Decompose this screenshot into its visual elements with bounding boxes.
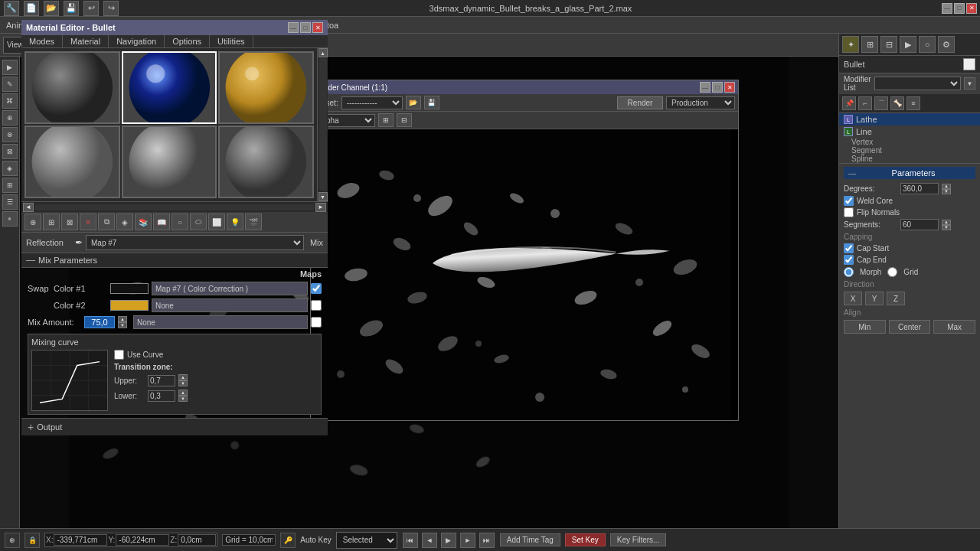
rp-icon-motion[interactable]: ▶ (900, 36, 916, 53)
mat-tool-cylinder[interactable]: ⬭ (190, 214, 207, 230)
rp-icon-hierarchy[interactable]: ⊟ (880, 36, 897, 53)
left-tool-8[interactable]: ⊞ (2, 178, 18, 193)
render-close-btn[interactable]: ✕ (724, 82, 735, 93)
color2-map-btn[interactable]: None (152, 298, 308, 312)
minimize-btn[interactable]: — (942, 3, 952, 14)
object-color[interactable] (963, 58, 975, 70)
left-tool-2[interactable]: ✎ (2, 77, 18, 92)
mod-item-lathe[interactable]: L Lathe (839, 113, 980, 126)
axis-z-btn[interactable]: Z (887, 292, 905, 305)
y-coord-input[interactable] (116, 534, 169, 546)
rp-icon-modify[interactable]: ⊞ (861, 36, 878, 53)
mod-tool-curve[interactable]: ⌒ (874, 96, 888, 110)
mat-sphere-2[interactable] (122, 51, 217, 124)
mat-sphere-6[interactable] (218, 126, 314, 198)
mat-tool-make-unique[interactable]: ◈ (116, 214, 133, 230)
mat-tab-material[interactable]: Material (63, 35, 109, 47)
mat-tab-navigation[interactable]: Navigation (109, 35, 165, 47)
map-select[interactable]: Map #7 (86, 235, 304, 250)
bottom-icon[interactable]: ⊕ (5, 533, 20, 548)
close-btn[interactable]: ✕ (966, 3, 977, 14)
mix-amount-up[interactable]: ▲ (118, 316, 127, 322)
mat-tool-assign[interactable]: ⊠ (61, 214, 78, 230)
play-end-btn[interactable]: ⏭ (479, 533, 495, 548)
left-tool-5[interactable]: ⊗ (2, 127, 18, 142)
mat-tab-utilities[interactable]: Utilities (210, 35, 253, 47)
play-btn[interactable]: ▶ (441, 533, 456, 548)
left-tool-4[interactable]: ⊕ (2, 110, 18, 126)
rp-icon-utilities[interactable]: ⚙ (938, 36, 955, 53)
dropper-icon[interactable]: ✒ (75, 237, 83, 248)
mat-tool-get-library[interactable]: 📖 (153, 214, 170, 230)
axis-x-btn[interactable]: X (844, 292, 862, 305)
mat-tool-box[interactable]: ⬜ (208, 214, 225, 230)
left-tool-6[interactable]: ⊠ (2, 144, 18, 159)
align-max-btn[interactable]: Max (933, 320, 975, 334)
production-select[interactable]: Production (666, 96, 735, 109)
render-preset-load[interactable]: 📂 (406, 96, 421, 109)
grid-radio[interactable] (887, 267, 897, 277)
modifier-list-dropdown[interactable] (874, 77, 961, 90)
left-tool-10[interactable]: ⌖ (2, 211, 18, 227)
grid-label[interactable]: Grid (903, 268, 918, 276)
mod-tool-pin[interactable]: 📌 (842, 96, 856, 110)
use-curve-checkbox[interactable] (114, 350, 124, 360)
set-key-btn[interactable]: Set Key (565, 533, 606, 546)
color1-map-btn[interactable]: Map #7 ( Color Correction ) (152, 282, 308, 295)
upper-down[interactable]: ▼ (178, 380, 188, 386)
color2-map-check[interactable] (311, 300, 322, 311)
mat-hscroll-right[interactable]: ► (315, 203, 326, 212)
mod-sub-spline[interactable]: Spline (839, 155, 980, 163)
degrees-input[interactable] (900, 183, 939, 194)
render-preset-save[interactable]: 💾 (424, 96, 439, 109)
axis-y-btn[interactable]: Y (865, 292, 884, 305)
mod-sub-segment[interactable]: Segment (839, 146, 980, 155)
color1-swatch[interactable] (110, 283, 149, 294)
render-btn[interactable]: Render (617, 96, 663, 109)
app-icon[interactable]: 🔧 (4, 1, 19, 16)
cap-end-checkbox[interactable] (844, 255, 854, 265)
mod-tool-options[interactable]: ≡ (906, 96, 920, 110)
z-coord-input[interactable] (178, 534, 216, 546)
play-start-btn[interactable]: ⏮ (403, 533, 418, 548)
mod-tool-bone[interactable]: 🦴 (890, 96, 904, 110)
cap-start-checkbox[interactable] (844, 243, 854, 253)
x-coord-input[interactable] (54, 534, 107, 546)
mix-params-collapse[interactable]: — (26, 255, 35, 266)
mat-tool-get[interactable]: ⊕ (24, 214, 41, 230)
selected-dropdown[interactable]: Selected (336, 532, 397, 549)
open-icon[interactable]: 📂 (44, 1, 59, 16)
mat-minimize-btn[interactable]: — (288, 22, 299, 33)
mat-vscroll-up[interactable]: ▲ (318, 48, 328, 57)
curve-canvas[interactable] (31, 350, 108, 411)
segments-input[interactable] (900, 219, 939, 230)
render-minimize-btn[interactable]: — (700, 82, 710, 93)
params-collapse[interactable]: — (848, 169, 856, 178)
mat-tool-put-library[interactable]: 📚 (135, 214, 152, 230)
degrees-up[interactable]: ▲ (942, 184, 951, 189)
mat-maximize-btn[interactable]: □ (300, 22, 311, 33)
mat-sphere-5[interactable] (122, 126, 217, 198)
morph-radio[interactable] (844, 267, 854, 277)
degrees-down[interactable]: ▼ (942, 189, 951, 194)
mat-tab-options[interactable]: Options (165, 35, 210, 47)
render-maximize-btn[interactable]: □ (712, 82, 723, 93)
preset-select[interactable]: ------------ (341, 96, 403, 109)
mat-tool-delete[interactable]: ✕ (80, 214, 96, 230)
upper-input[interactable] (148, 375, 175, 386)
prev-frame-btn[interactable]: ◄ (422, 533, 437, 548)
segments-up[interactable]: ▲ (942, 220, 951, 225)
output-plus[interactable]: + (28, 421, 34, 433)
render-display-2[interactable]: ⊟ (397, 113, 412, 127)
use-curve-label[interactable]: Use Curve (127, 350, 163, 359)
rp-icon-create[interactable]: ✦ (842, 36, 859, 53)
lock-icon[interactable]: 🔒 (24, 533, 40, 548)
mix-amount-check[interactable] (311, 317, 322, 328)
new-icon[interactable]: 📄 (24, 1, 39, 16)
render-display-1[interactable]: ⊞ (378, 113, 394, 127)
redo-icon[interactable]: ↪ (103, 1, 119, 16)
lower-down[interactable]: ▼ (178, 396, 188, 402)
flip-normals-checkbox[interactable] (844, 207, 854, 217)
mat-hscroll-left[interactable]: ◄ (23, 203, 34, 212)
modifier-list-arrow[interactable]: ▼ (964, 77, 975, 90)
